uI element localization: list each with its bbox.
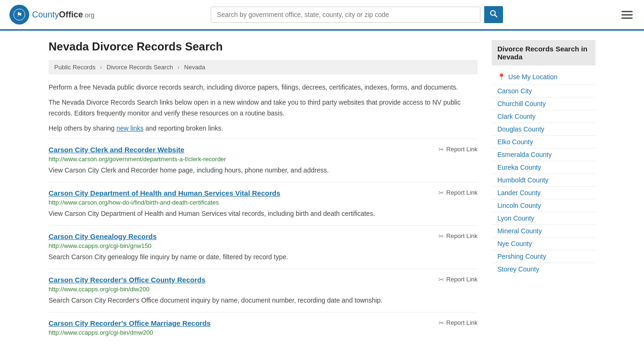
result-desc-2: Search Carson City genealogy file inquir… [49, 252, 478, 262]
description-para2: The Nevada Divorce Records Search links … [49, 97, 478, 118]
sidebar-county-6: Eureka County [492, 161, 595, 173]
sidebar-county-14: Storey County [492, 263, 595, 275]
report-label-0: Report Link [446, 146, 478, 153]
sidebar-county-8: Lander County [492, 186, 595, 199]
menu-button[interactable] [619, 9, 635, 21]
svg-line-3 [495, 15, 497, 17]
sidebar-county-11: Mineral County [492, 224, 595, 237]
result-title-1[interactable]: Carson City Department of Health and Hum… [49, 189, 281, 197]
scissors-icon-4 [438, 319, 444, 327]
county-link-8[interactable]: Lander County [497, 189, 541, 197]
result-title-4[interactable]: Carson City Recorder's Office Marriage R… [49, 319, 211, 327]
para3-prefix: Help others by sharing [49, 124, 116, 132]
report-link-4[interactable]: Report Link [438, 319, 478, 327]
result-url-4[interactable]: http://www.ccapps.org/cgi-bin/dmw200 [49, 329, 478, 336]
report-link-3[interactable]: Report Link [438, 276, 478, 283]
scissors-icon-0 [438, 146, 444, 153]
county-link-2[interactable]: Clark County [497, 113, 536, 120]
content-area: Nevada Divorce Records Search Public Rec… [49, 40, 478, 346]
sidebar-county-3: Douglas County [492, 123, 595, 135]
menu-line-3 [621, 17, 633, 19]
result-item-4: Carson City Recorder's Office Marriage R… [49, 312, 478, 346]
sidebar-county-10: Lyon County [492, 212, 595, 224]
result-title-2[interactable]: Carson City Genealogy Records [49, 232, 157, 240]
sidebar-county-2: Clark County [492, 110, 595, 123]
result-item-2: Carson City Genealogy Records Report Lin… [49, 225, 478, 269]
use-location-link[interactable]: Use My Location [508, 73, 557, 81]
scissors-icon-2 [438, 232, 444, 240]
county-link-14[interactable]: Storey County [497, 265, 539, 273]
sidebar-county-4: Elko County [492, 135, 595, 148]
svg-text:⚑: ⚑ [17, 11, 23, 18]
menu-line-1 [621, 11, 633, 12]
county-link-0[interactable]: Carson City [497, 87, 532, 95]
county-link-3[interactable]: Douglas County [497, 125, 545, 133]
sidebar-county-13: Pershing County [492, 250, 595, 263]
result-title-3[interactable]: Carson City Recorder's Office County Rec… [49, 276, 206, 284]
para3-suffix: and reporting broken links. [144, 124, 223, 132]
sidebar: Divorce Records Search in Nevada 📍 Use M… [492, 40, 595, 346]
breadcrumb-public-records[interactable]: Public Records [54, 64, 95, 71]
result-item-3: Carson City Recorder's Office County Rec… [49, 269, 478, 312]
county-link-4[interactable]: Elko County [497, 138, 533, 146]
logo-county: County [32, 10, 59, 19]
logo[interactable]: ⚑ CountyOffice.org [9, 5, 94, 25]
result-header-4: Carson City Recorder's Office Marriage R… [49, 319, 478, 327]
sidebar-county-12: Nye County [492, 237, 595, 250]
result-title-0[interactable]: Carson City Clerk and Recorder Website [49, 146, 184, 154]
report-label-2: Report Link [446, 232, 478, 239]
location-icon: 📍 [497, 73, 505, 81]
report-link-0[interactable]: Report Link [438, 146, 478, 153]
logo-office: Office [59, 10, 83, 19]
sidebar-county-9: Lincoln County [492, 199, 595, 212]
result-url-1[interactable]: http://www.carson.org/how-do-i/find/birt… [49, 199, 478, 206]
sidebar-county-1: Churchill County [492, 97, 595, 110]
result-item-0: Carson City Clerk and Recorder Website R… [49, 139, 478, 182]
result-header-2: Carson City Genealogy Records Report Lin… [49, 232, 478, 240]
report-label-4: Report Link [446, 319, 478, 326]
result-url-2[interactable]: http://www.ccapps.org/cgi-bin/gnw150 [49, 242, 478, 249]
county-link-1[interactable]: Churchill County [497, 100, 546, 107]
logo-text: CountyOffice.org [32, 10, 94, 20]
breadcrumb-sep-1: › [100, 64, 102, 71]
result-item-1: Carson City Department of Health and Hum… [49, 182, 478, 225]
county-link-10[interactable]: Lyon County [497, 214, 534, 222]
result-header-0: Carson City Clerk and Recorder Website R… [49, 146, 478, 154]
logo-icon: ⚑ [9, 5, 29, 25]
sidebar-county-7: Humboldt County [492, 173, 595, 186]
site-header: ⚑ CountyOffice.org [0, 0, 644, 31]
result-url-3[interactable]: http://www.ccapps.org/cgi-bin/diw200 [49, 286, 478, 293]
use-my-location[interactable]: 📍 Use My Location [492, 71, 595, 84]
report-label-1: Report Link [446, 189, 478, 196]
breadcrumb-divorce-records[interactable]: Divorce Records Search [107, 64, 173, 71]
county-link-13[interactable]: Pershing County [497, 253, 546, 260]
result-url-0[interactable]: http://www.carson.org/government/departm… [49, 156, 478, 163]
menu-line-2 [621, 14, 633, 16]
county-link-6[interactable]: Eureka County [497, 164, 541, 171]
search-input[interactable] [211, 7, 480, 23]
county-link-7[interactable]: Humboldt County [497, 176, 548, 184]
report-link-2[interactable]: Report Link [438, 232, 478, 240]
logo-domain: .org [83, 11, 94, 19]
breadcrumb: Public Records › Divorce Records Search … [49, 60, 478, 74]
search-button[interactable] [484, 6, 503, 23]
main-container: Nevada Divorce Records Search Public Rec… [39, 31, 605, 355]
county-link-9[interactable]: Lincoln County [497, 202, 541, 209]
county-link-5[interactable]: Esmeralda County [497, 151, 552, 158]
sidebar-county-5: Esmeralda County [492, 148, 595, 161]
new-links-link[interactable]: new links [116, 124, 144, 132]
sidebar-county-0: Carson City [492, 84, 595, 97]
breadcrumb-sep-2: › [178, 64, 180, 71]
description-para3: Help others by sharing new links and rep… [49, 123, 478, 133]
results-list: Carson City Clerk and Recorder Website R… [49, 139, 478, 346]
result-header-1: Carson City Department of Health and Hum… [49, 189, 478, 197]
search-area [211, 6, 503, 23]
breadcrumb-nevada: Nevada [184, 64, 206, 71]
report-label-3: Report Link [446, 276, 478, 283]
scissors-icon-3 [438, 276, 444, 283]
sidebar-title: Divorce Records Search in Nevada [492, 40, 595, 66]
county-link-11[interactable]: Mineral County [497, 227, 542, 235]
county-link-12[interactable]: Nye County [497, 240, 532, 247]
result-header-3: Carson City Recorder's Office County Rec… [49, 276, 478, 284]
report-link-1[interactable]: Report Link [438, 189, 478, 197]
